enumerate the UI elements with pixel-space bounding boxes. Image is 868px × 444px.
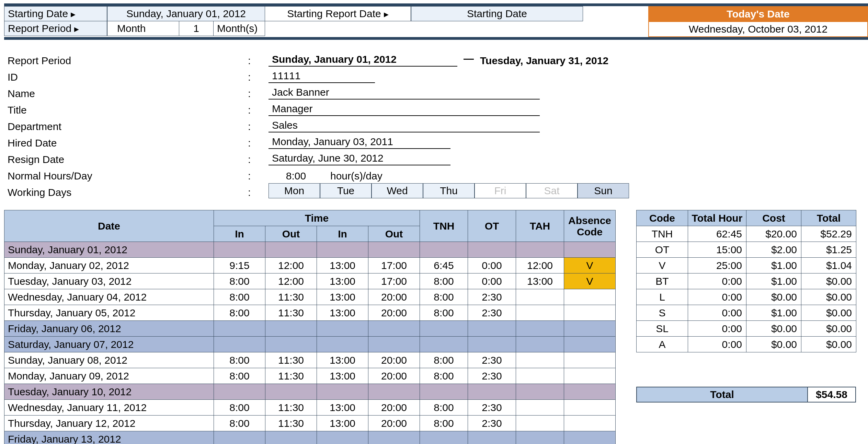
ts-date[interactable]: Tuesday, January 10, 2012	[4, 384, 214, 400]
ts-date[interactable]: Sunday, January 01, 2012	[4, 242, 214, 258]
ts-abs[interactable]	[564, 337, 616, 352]
ts-in1[interactable]	[214, 321, 265, 337]
ts-in1[interactable]: 8:00	[214, 289, 265, 305]
working-day-thu[interactable]: Thu	[423, 183, 475, 198]
ts-ot[interactable]	[468, 431, 516, 444]
ts-date[interactable]: Sunday, January 08, 2012	[4, 352, 214, 368]
ts-tah[interactable]	[516, 431, 564, 444]
ts-out1[interactable]: 12:00	[265, 258, 317, 273]
ts-out2[interactable]	[368, 321, 420, 337]
ts-in2[interactable]	[317, 337, 368, 352]
ts-tah[interactable]	[516, 368, 564, 384]
ts-date[interactable]: Thursday, January 12, 2012	[4, 416, 214, 431]
ts-date[interactable]: Saturday, January 07, 2012	[4, 337, 214, 352]
report-period-count[interactable]: 1	[179, 21, 214, 36]
ts-out2[interactable]: 20:00	[368, 368, 420, 384]
ts-out2[interactable]: 20:00	[368, 416, 420, 431]
ts-out1[interactable]: 11:30	[265, 289, 317, 305]
ts-out1[interactable]	[265, 242, 317, 258]
ts-ot[interactable]	[468, 321, 516, 337]
working-day-wed[interactable]: Wed	[372, 183, 423, 198]
ts-in2[interactable]: 13:00	[317, 352, 368, 368]
ts-tnh[interactable]: 8:00	[420, 352, 468, 368]
ts-out1[interactable]: 11:30	[265, 352, 317, 368]
report-period-unit[interactable]: Month	[107, 21, 179, 36]
ts-in1[interactable]: 8:00	[214, 273, 265, 289]
ts-out1[interactable]	[265, 384, 317, 400]
ts-out1[interactable]	[265, 321, 317, 337]
ts-tah[interactable]	[516, 289, 564, 305]
ts-tnh[interactable]: 8:00	[420, 273, 468, 289]
ts-out1[interactable]: 12:00	[265, 273, 317, 289]
ts-abs[interactable]	[564, 416, 616, 431]
ts-ot[interactable]	[468, 384, 516, 400]
ts-in2[interactable]: 13:00	[317, 258, 368, 273]
ts-in1[interactable]: 8:00	[214, 305, 265, 321]
ts-tah[interactable]	[516, 242, 564, 258]
ts-out1[interactable]: 11:30	[265, 305, 317, 321]
ts-tnh[interactable]: 6:45	[420, 258, 468, 273]
ts-tnh[interactable]	[420, 337, 468, 352]
ts-in1[interactable]: 9:15	[214, 258, 265, 273]
ts-ot[interactable]: 0:00	[468, 258, 516, 273]
ts-abs[interactable]	[564, 305, 616, 321]
ts-out2[interactable]	[368, 431, 420, 444]
ts-in2[interactable]: 13:00	[317, 368, 368, 384]
ts-in2[interactable]	[317, 431, 368, 444]
ts-out2[interactable]	[368, 242, 420, 258]
ts-out2[interactable]: 17:00	[368, 258, 420, 273]
ts-tnh[interactable]: 8:00	[420, 368, 468, 384]
ts-in2[interactable]	[317, 321, 368, 337]
ts-tnh[interactable]: 8:00	[420, 305, 468, 321]
ts-abs[interactable]	[564, 368, 616, 384]
ts-out2[interactable]	[368, 384, 420, 400]
ts-ot[interactable]: 0:00	[468, 273, 516, 289]
working-day-sun[interactable]: Sun	[578, 183, 629, 198]
ts-date[interactable]: Friday, January 13, 2012	[4, 431, 214, 444]
ts-abs[interactable]: V	[564, 273, 616, 289]
ts-ot[interactable]: 2:30	[468, 305, 516, 321]
starting-report-value[interactable]: Starting Date	[411, 6, 583, 21]
ts-out1[interactable]	[265, 337, 317, 352]
ts-tah[interactable]	[516, 416, 564, 431]
ts-out1[interactable]: 11:30	[265, 416, 317, 431]
ts-out2[interactable]: 20:00	[368, 305, 420, 321]
working-day-sat[interactable]: Sat	[526, 183, 578, 198]
ts-tnh[interactable]	[420, 431, 468, 444]
ts-abs[interactable]	[564, 352, 616, 368]
ts-abs[interactable]	[564, 321, 616, 337]
ts-date[interactable]: Monday, January 02, 2012	[4, 258, 214, 273]
ts-out2[interactable]	[368, 337, 420, 352]
ts-in2[interactable]: 13:00	[317, 416, 368, 431]
ts-ot[interactable]: 2:30	[468, 352, 516, 368]
ts-in1[interactable]: 8:00	[214, 368, 265, 384]
ts-date[interactable]: Tuesday, January 03, 2012	[4, 273, 214, 289]
ts-in1[interactable]: 8:00	[214, 416, 265, 431]
ts-abs[interactable]	[564, 384, 616, 400]
ts-tah[interactable]	[516, 321, 564, 337]
ts-tah[interactable]: 12:00	[516, 258, 564, 273]
ts-out1[interactable]	[265, 431, 317, 444]
working-day-tue[interactable]: Tue	[320, 183, 372, 198]
ts-in1[interactable]	[214, 431, 265, 444]
ts-in1[interactable]	[214, 242, 265, 258]
ts-tnh[interactable]	[420, 384, 468, 400]
ts-in2[interactable]: 13:00	[317, 289, 368, 305]
ts-in2[interactable]	[317, 242, 368, 258]
ts-date[interactable]: Wednesday, January 04, 2012	[4, 289, 214, 305]
ts-out1[interactable]: 11:30	[265, 400, 317, 416]
ts-tnh[interactable]: 8:00	[420, 416, 468, 431]
ts-abs[interactable]	[564, 242, 616, 258]
ts-tah[interactable]	[516, 305, 564, 321]
ts-date[interactable]: Friday, January 06, 2012	[4, 321, 214, 337]
ts-date[interactable]: Monday, January 09, 2012	[4, 368, 214, 384]
ts-in2[interactable]: 13:00	[317, 305, 368, 321]
ts-out1[interactable]: 11:30	[265, 368, 317, 384]
ts-in2[interactable]: 13:00	[317, 273, 368, 289]
ts-abs[interactable]	[564, 400, 616, 416]
ts-ot[interactable]: 2:30	[468, 368, 516, 384]
ts-tnh[interactable]	[420, 242, 468, 258]
ts-in1[interactable]	[214, 337, 265, 352]
ts-out2[interactable]: 17:00	[368, 273, 420, 289]
ts-out2[interactable]: 20:00	[368, 289, 420, 305]
